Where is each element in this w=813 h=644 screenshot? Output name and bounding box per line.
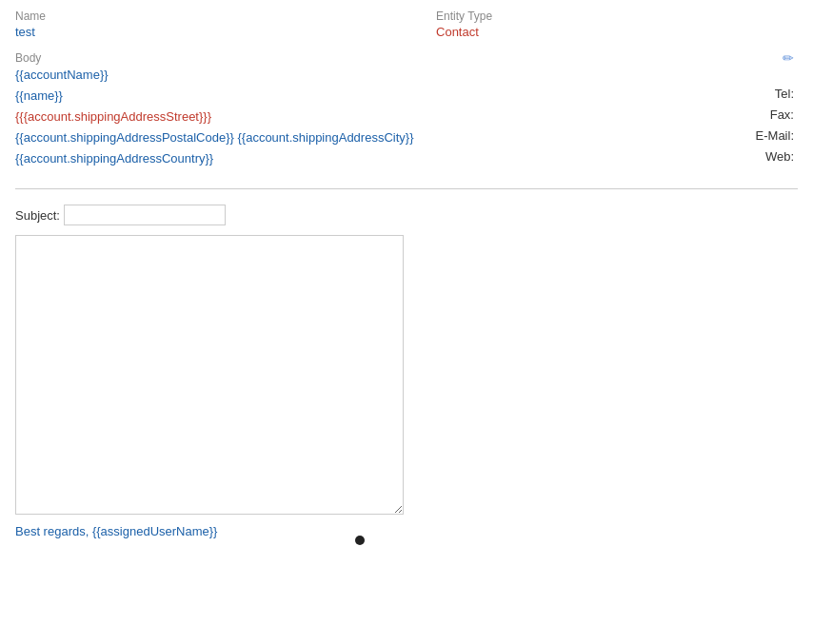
dot-indicator-top <box>355 536 365 545</box>
name-label: Name <box>15 10 46 23</box>
body-section: Body ✏ {{accountName}} {{name}} {{{accou… <box>15 50 798 169</box>
body-line-2: {{name}} <box>15 86 798 107</box>
body-label: Body <box>15 51 41 65</box>
body-line-5: {{account.shippingAddressCountry}} <box>15 148 798 169</box>
entity-type-label: Entity Type <box>436 10 492 23</box>
entity-type-field-group: Entity Type Contact <box>436 10 492 39</box>
textarea-wrapper <box>15 235 798 515</box>
fax-label: Fax: <box>756 105 794 126</box>
subject-label: Subject: <box>15 208 60 223</box>
entity-type-value: Contact <box>436 25 492 39</box>
subject-input[interactable] <box>64 205 226 225</box>
compose-area: Subject: Best regards, {{assignedUserNam… <box>15 205 798 538</box>
footer-text: Best regards, {{assignedUserName}} <box>15 524 798 538</box>
body-content: {{accountName}} {{name}} {{{account.ship… <box>15 65 798 169</box>
right-labels: Tel: Fax: E-Mail: Web: <box>756 84 794 167</box>
name-value: test <box>15 25 46 39</box>
divider <box>15 188 798 189</box>
email-label: E-Mail: <box>756 126 794 146</box>
message-textarea[interactable] <box>15 235 404 515</box>
subject-row: Subject: <box>15 205 798 225</box>
edit-icon[interactable]: ✏ <box>783 50 794 66</box>
body-line-1: {{accountName}} <box>15 65 798 86</box>
name-field-group: Name test <box>15 10 46 39</box>
header-row: Name test Entity Type Contact <box>15 10 798 39</box>
body-line-4: {{account.shippingAddressPostalCode}} {{… <box>15 127 798 148</box>
web-label: Web: <box>756 146 794 167</box>
tel-label: Tel: <box>756 84 794 105</box>
body-line-3: {{{account.shippingAddressStreet}}} <box>15 107 798 127</box>
